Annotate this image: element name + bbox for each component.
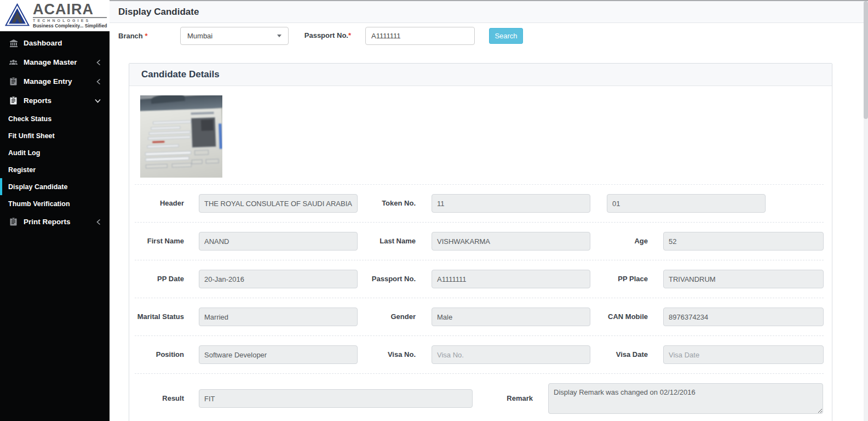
form-row: Position Visa No. Visa Date xyxy=(135,336,824,374)
age-label: Age xyxy=(593,236,648,246)
form-row: First Name Last Name Age xyxy=(135,223,824,260)
sidebar-subitem-label: Fit Unfit Sheet xyxy=(8,132,55,140)
visa-no-input[interactable] xyxy=(432,345,590,364)
form-row: Header Token No. xyxy=(135,184,824,223)
visa-date-input[interactable] xyxy=(663,345,824,364)
search-bar: Branch * Mumbai Passport No.* Search xyxy=(110,26,868,45)
page: ACAIRA TECHNOLOGIES Business Complexity.… xyxy=(0,0,868,421)
last-name-input[interactable] xyxy=(432,232,590,251)
chevron-left-icon xyxy=(96,78,101,84)
panel-title: Candidate Details xyxy=(129,64,832,86)
remark-label: Remark xyxy=(484,394,533,403)
can-mobile-label: CAN Mobile xyxy=(593,312,648,322)
pp-place-input[interactable] xyxy=(663,270,824,288)
header-input[interactable] xyxy=(199,194,358,213)
candidate-details-panel: Candidate Details xyxy=(129,63,832,421)
search-button[interactable]: Search xyxy=(489,28,523,44)
brand-subtitle: TECHNOLOGIES xyxy=(33,17,107,22)
candidate-photo xyxy=(140,95,222,178)
result-input[interactable] xyxy=(199,389,473,408)
branch-select-value: Mumbai xyxy=(187,32,212,40)
sidebar-item-manage-entry[interactable]: Manage Entry xyxy=(0,72,110,91)
sidebar-item-print-reports[interactable]: Print Reports xyxy=(0,212,110,231)
brand-name: ACAIRA xyxy=(33,3,107,17)
visa-no-label: Visa No. xyxy=(366,350,416,360)
marital-status-label: Marital Status xyxy=(135,312,184,322)
first-name-input[interactable] xyxy=(199,232,358,251)
sidebar-subitem-label: Display Candidate xyxy=(8,183,67,191)
branch-label: Branch * xyxy=(118,32,180,40)
sidebar-item-label: Manage Master xyxy=(24,58,77,66)
sidebar-subitem-fit-unfit-sheet[interactable]: Fit Unfit Sheet xyxy=(0,127,110,144)
triangle-logo-icon xyxy=(4,2,30,29)
token-no-2-input[interactable] xyxy=(607,194,766,213)
sidebar-subitem-label: Register xyxy=(8,166,36,174)
sidebar-item-dashboard[interactable]: Dashboard xyxy=(0,33,110,53)
pp-date-input[interactable] xyxy=(199,270,358,288)
token-no-label: Token No. xyxy=(366,198,416,208)
pp-place-label: PP Place xyxy=(593,274,648,284)
clipboard-icon xyxy=(8,96,19,105)
sidebar-item-label: Dashboard xyxy=(24,39,62,47)
sidebar: ACAIRA TECHNOLOGIES Business Complexity.… xyxy=(0,0,110,421)
clipboard-icon xyxy=(8,77,19,86)
required-asterisk: * xyxy=(348,31,351,39)
sidebar-item-label: Manage Entry xyxy=(24,77,72,86)
age-input[interactable] xyxy=(663,232,824,251)
first-name-label: First Name xyxy=(135,236,184,246)
brand-logo: ACAIRA TECHNOLOGIES Business Complexity.… xyxy=(0,0,110,31)
sidebar-item-label: Reports xyxy=(24,96,51,105)
can-mobile-input[interactable] xyxy=(663,308,824,326)
scrollbar-thumb[interactable] xyxy=(864,1,868,119)
visa-date-label: Visa Date xyxy=(593,350,648,360)
position-label: Position xyxy=(135,350,184,360)
sidebar-subitem-check-status[interactable]: Check Status xyxy=(0,110,110,127)
bank-icon xyxy=(8,39,19,48)
main-content: Display Candidate Branch * Mumbai Passpo… xyxy=(110,0,868,421)
sidebar-subitem-label: Thumb Verification xyxy=(8,200,70,208)
sidebar-item-reports[interactable]: Reports xyxy=(0,91,110,110)
sidebar-subitem-label: Audit Log xyxy=(8,149,40,157)
users-icon xyxy=(8,58,19,67)
token-no-input[interactable] xyxy=(432,194,590,213)
sidebar-item-label: Print Reports xyxy=(24,218,71,226)
form-row: PP Date Passport No. PP Place xyxy=(135,260,824,298)
topbar: Display Candidate xyxy=(110,1,868,23)
marital-status-input[interactable] xyxy=(199,308,358,326)
pp-date-label: PP Date xyxy=(135,274,184,284)
panel-body: Header Token No. First Name xyxy=(129,95,832,421)
brand-tagline: Business Complexity... Simplified xyxy=(33,23,107,29)
header-label: Header xyxy=(135,198,184,208)
sidebar-item-manage-master[interactable]: Manage Master xyxy=(0,53,110,72)
clipboard-icon xyxy=(8,218,19,226)
caret-down-icon xyxy=(277,35,281,37)
form-row: Result Remark Display Remark was changed… xyxy=(135,374,824,421)
photo-art xyxy=(140,95,222,178)
sidebar-subitem-thumb-verification[interactable]: Thumb Verification xyxy=(0,195,110,212)
sidebar-subitem-label: Check Status xyxy=(8,115,51,123)
result-label: Result xyxy=(135,394,184,403)
branch-select[interactable]: Mumbai xyxy=(180,27,289,45)
chevron-left-icon xyxy=(96,59,101,65)
sidebar-subitem-audit-log[interactable]: Audit Log xyxy=(0,144,110,161)
passport-no-label: Passport No.* xyxy=(289,31,365,41)
last-name-label: Last Name xyxy=(366,236,416,246)
page-title: Display Candidate xyxy=(118,7,199,18)
sidebar-menu: Dashboard Manage Master Manage Entry xyxy=(0,31,110,231)
position-input[interactable] xyxy=(199,345,358,364)
remark-textarea[interactable]: Display Remark was changed on 02/12/2016 xyxy=(548,383,823,414)
brand-text: ACAIRA TECHNOLOGIES Business Complexity.… xyxy=(33,3,107,29)
sidebar-subitem-register[interactable]: Register xyxy=(0,161,110,178)
vertical-scrollbar[interactable] xyxy=(864,1,868,421)
gender-input[interactable] xyxy=(432,308,590,326)
passport-search-input[interactable] xyxy=(365,27,475,45)
passport-no-input[interactable] xyxy=(432,270,590,288)
passport-no-field-label: Passport No. xyxy=(366,274,416,284)
sidebar-subitem-display-candidate[interactable]: Display Candidate xyxy=(0,178,110,195)
chevron-down-icon xyxy=(95,99,101,103)
required-asterisk: * xyxy=(145,32,147,40)
form-row: Marital Status Gender CAN Mobile xyxy=(135,298,824,336)
chevron-left-icon xyxy=(96,219,101,225)
gender-label: Gender xyxy=(366,312,416,322)
